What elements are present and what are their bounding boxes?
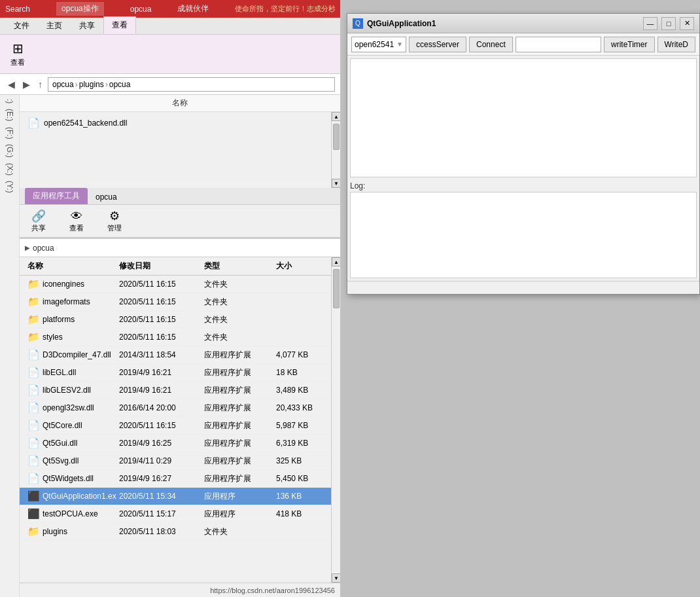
table-row[interactable]: 📄 libEGL.dll 2019/4/9 16:21 应用程序扩展 18 KB [20, 364, 331, 382]
cell-name: 📄 libEGL.dll [25, 365, 116, 380]
status-bar: https://blog.csdn.net/aaron1996123456 [20, 583, 340, 597]
cell-size: 3,489 KB [273, 384, 326, 396]
scroll-thumb[interactable] [333, 124, 340, 150]
file-row-icon: 📄 [27, 349, 40, 361]
scroll-arrow-down2[interactable]: ▼ [332, 573, 340, 583]
address-path[interactable]: opcua › plugins › opcua [48, 77, 335, 92]
ribbon-btn-view[interactable]: ⊞ 查看 [7, 39, 29, 69]
scroll-arrow-up2[interactable]: ▲ [332, 257, 340, 266]
table-row[interactable]: 📁 iconengines 2020/5/11 16:15 文件夹 [20, 276, 331, 293]
table-row[interactable]: 📁 plugins 2020/5/11 18:03 文件夹 [20, 523, 331, 541]
ribbon-opcua-ops[interactable]: opcua操作 [56, 2, 104, 16]
cell-type: 应用程序 [201, 507, 273, 521]
table-row[interactable]: 📁 styles 2020/5/11 16:15 文件夹 [20, 329, 331, 346]
qt-log-box [350, 192, 697, 278]
top-file-items: 📄 open62541_backend.dll [20, 112, 331, 188]
col-date[interactable]: 修改日期 [116, 259, 201, 273]
cell-type: 应用程序扩展 [201, 454, 273, 468]
table-row[interactable]: 📄 Qt5Gui.dll 2019/4/9 16:25 应用程序扩展 6,319… [20, 435, 331, 452]
tab-share[interactable]: 共享 [71, 17, 103, 34]
access-server-button[interactable]: ccessServer [409, 37, 466, 52]
ribbon-opcua[interactable]: opcua [130, 5, 152, 14]
sub-ribbon-content: 🔗 共享 👁 查看 ⚙ 管理 [20, 205, 340, 238]
table-row[interactable]: 📄 Qt5Widgets.dll 2019/4/9 16:27 应用程序扩展 5… [20, 470, 331, 488]
cell-date: 2019/4/9 16:25 [116, 437, 201, 449]
cell-size [273, 283, 326, 285]
sub-ribbon-manage-btn[interactable]: ⚙ 管理 [102, 207, 127, 235]
tab-home[interactable]: 主页 [38, 17, 71, 34]
table-row[interactable]: 📄 libGLESV2.dll 2019/4/9 16:21 应用程序扩展 3,… [20, 382, 331, 399]
close-button[interactable]: ✕ [680, 17, 694, 30]
table-row[interactable]: ⬛ QtGuiApplication1.exe 2020/5/11 15:34 … [20, 488, 331, 505]
left-icon-x: (X:) [4, 162, 16, 177]
list-item[interactable]: 📄 open62541_backend.dll [22, 115, 328, 132]
cell-date: 2020/5/11 16:15 [116, 420, 201, 431]
connect-button[interactable]: Connect [469, 37, 513, 52]
tab-view[interactable]: 查看 [103, 16, 136, 34]
table-row[interactable]: 📁 platforms 2020/5/11 16:15 文件夹 [20, 311, 331, 329]
scroll-arrow-down[interactable]: ▼ [332, 179, 340, 188]
sub-tab-opcua[interactable]: opcua [88, 190, 125, 204]
file-row-icon: 📄 [27, 402, 40, 414]
cell-size [273, 530, 326, 533]
cell-date: 2020/5/11 15:17 [116, 508, 201, 520]
path-arrow: ▶ [25, 244, 30, 251]
cell-type: 应用程序扩展 [201, 366, 273, 380]
path-sep-0: › [75, 80, 78, 89]
cell-name: 📄 Qt5Gui.dll [25, 436, 116, 450]
table-row[interactable]: 📄 opengl32sw.dll 2016/6/14 20:00 应用程序扩展 … [20, 399, 331, 417]
cell-size [273, 300, 326, 303]
value-input[interactable] [516, 37, 601, 52]
maximize-button[interactable]: □ [661, 17, 676, 30]
server-dropdown[interactable]: open62541 ▼ [351, 37, 406, 52]
file-table-header: 名称 修改日期 类型 大小 [20, 257, 331, 276]
scroll-arrow-up[interactable]: ▲ [332, 112, 340, 121]
cell-size: 6,319 KB [273, 437, 326, 449]
table-row[interactable]: 📄 Qt5Core.dll 2020/5/11 16:15 应用程序扩展 5,9… [20, 417, 331, 435]
sub-tab-app-tools[interactable]: 应用程序工具 [25, 188, 88, 204]
file-row-name: Qt5Gui.dll [43, 439, 77, 448]
tab-file[interactable]: 文件 [5, 17, 38, 34]
path-bar-bottom: ▶ opcua [20, 239, 340, 257]
table-row[interactable]: 📁 imageformats 2020/5/11 16:15 文件夹 [20, 293, 331, 311]
ribbon-tabs: 文件 主页 共享 查看 [0, 18, 340, 35]
table-row[interactable]: 📄 Qt5Svg.dll 2019/4/11 0:29 应用程序扩展 325 K… [20, 452, 331, 470]
cell-type: 应用程序扩展 [201, 419, 273, 433]
col-name[interactable]: 名称 [25, 259, 116, 273]
file-row-name: QtGuiApplication1.exe [43, 492, 116, 501]
manage-icon: ⚙ [109, 209, 120, 223]
minimize-button[interactable]: — [643, 17, 657, 30]
cell-date: 2020/5/11 16:15 [116, 314, 201, 325]
back-button[interactable]: ◀ [5, 78, 18, 91]
file-row-icon: 📁 [27, 314, 40, 325]
write-timer-button[interactable]: writeTimer [604, 37, 655, 52]
view-icon: ⊞ [12, 41, 24, 56]
file-row-name: testOPCUA.exe [43, 509, 98, 518]
write-button[interactable]: WriteD [657, 37, 695, 52]
cell-size: 5,987 KB [273, 420, 326, 431]
col-type[interactable]: 类型 [201, 259, 273, 273]
sub-ribbon-share-btn[interactable]: 🔗 共享 [26, 207, 51, 235]
cell-date: 2014/3/11 18:54 [116, 349, 201, 361]
explorer-main: :) (E:) (F:) (G:) (X:) (Y:) 名称 📄 open625… [0, 95, 340, 597]
left-icon-y: (Y:) [4, 179, 16, 194]
left-icons-panel: :) (E:) (F:) (G:) (X:) (Y:) [0, 95, 20, 597]
cell-size: 18 KB [273, 367, 326, 378]
cell-size: 418 KB [273, 508, 326, 520]
file-table-inner: 名称 修改日期 类型 大小 📁 iconengines 2020/5/11 16… [20, 257, 331, 583]
cell-size: 325 KB [273, 455, 326, 467]
sub-ribbon-view-btn[interactable]: 👁 查看 [64, 208, 89, 235]
cell-date: 2020/5/11 16:15 [116, 278, 201, 290]
ribbon-search[interactable]: Search [5, 5, 30, 14]
forward-button[interactable]: ▶ [20, 78, 33, 91]
ribbon-achievement[interactable]: 成就伙伴 [177, 3, 209, 14]
scroll-thumb2[interactable] [333, 269, 340, 308]
sub-ribbon: 应用程序工具 opcua [20, 188, 340, 205]
scrollbar-top[interactable]: ▲ ▼ [331, 112, 340, 188]
col-size[interactable]: 大小 [273, 259, 326, 273]
table-row[interactable]: 📄 D3Dcompiler_47.dll 2014/3/11 18:54 应用程… [20, 346, 331, 364]
table-row[interactable]: ⬛ testOPCUA.exe 2020/5/11 15:17 应用程序 418… [20, 505, 331, 523]
file-name: open62541_backend.dll [44, 118, 127, 128]
up-button[interactable]: ↑ [35, 78, 45, 91]
scrollbar-files[interactable]: ▲ ▼ [331, 257, 340, 583]
